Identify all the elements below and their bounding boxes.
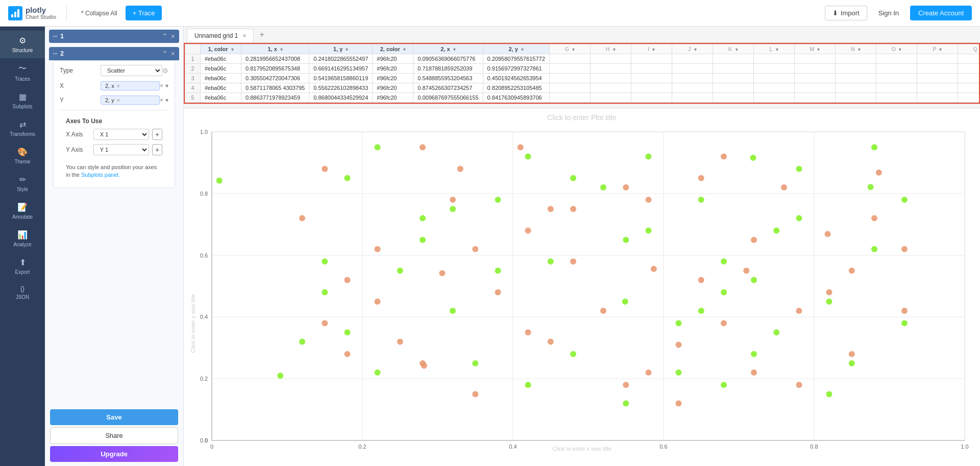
table-cell-empty[interactable] xyxy=(672,93,713,103)
table-cell-empty[interactable] xyxy=(794,74,835,83)
sidebar-item-style[interactable]: ✏ Style xyxy=(0,170,45,197)
table-cell[interactable]: 0.6691416295134957 xyxy=(309,64,373,74)
type-gear-icon[interactable]: ⚙ xyxy=(162,67,168,75)
grid-tab-close-icon[interactable]: × xyxy=(242,32,246,39)
table-row[interactable]: 2#eba06c0.81795208956753480.669141629513… xyxy=(185,64,981,74)
sidebar-item-theme[interactable]: 🎨 Theme xyxy=(0,142,45,170)
table-cell-empty[interactable] xyxy=(672,83,713,93)
table-row[interactable]: 5#eba06c0.88637719789234590.868004433452… xyxy=(185,93,981,103)
table-cell[interactable]: #eba06c xyxy=(201,64,241,74)
table-cell-empty[interactable] xyxy=(549,74,590,83)
trace2-close-button[interactable]: × xyxy=(171,50,175,58)
table-cell[interactable]: 0.5562226102898433 xyxy=(309,83,373,93)
table-cell[interactable]: 0.9156972997327861 xyxy=(483,64,549,74)
table-cell[interactable]: #eba06c xyxy=(201,74,241,83)
add-trace-button[interactable]: + Trace xyxy=(126,6,162,20)
table-cell-empty[interactable] xyxy=(876,93,917,103)
col-header-h[interactable]: H ▾ xyxy=(590,44,631,54)
y-expand-button[interactable]: ▾ xyxy=(165,97,168,104)
table-cell-empty[interactable] xyxy=(835,93,876,103)
col-header-l[interactable]: L ▾ xyxy=(753,44,794,54)
table-cell-empty[interactable] xyxy=(917,64,958,74)
chart-title[interactable]: Click to enter Plot title xyxy=(184,108,980,122)
table-cell[interactable]: #96fc20 xyxy=(373,83,413,93)
col-header-1x[interactable]: 1, x ▾ xyxy=(241,44,309,54)
table-cell[interactable]: 0.3055042720047306 xyxy=(241,74,309,83)
table-cell-empty[interactable] xyxy=(549,54,590,64)
sidebar-item-export[interactable]: ⬆ Export xyxy=(0,252,45,280)
col-header-n[interactable]: N ▾ xyxy=(835,44,876,54)
col-header-1color[interactable]: 1, color ▾ xyxy=(201,44,241,54)
table-row[interactable]: 4#eba06c0.5871178065 43037950.5562226102… xyxy=(185,83,981,93)
sidebar-item-traces[interactable]: 〜 Traces xyxy=(0,58,45,87)
grid-tab-add-button[interactable]: + xyxy=(255,28,268,41)
table-cell-empty[interactable] xyxy=(672,54,713,64)
table-cell-empty[interactable] xyxy=(835,64,876,74)
y-axis-select[interactable]: Y 1 xyxy=(93,144,149,155)
x-axis-add-button[interactable]: + xyxy=(152,129,162,140)
table-cell[interactable]: #96fc20 xyxy=(373,74,413,83)
table-cell[interactable]: 0.8680044334529924 xyxy=(309,93,373,103)
table-cell-empty[interactable] xyxy=(713,74,753,83)
table-cell-empty[interactable] xyxy=(958,83,980,93)
table-cell-empty[interactable] xyxy=(876,64,917,74)
table-cell[interactable]: #eba06c xyxy=(201,93,241,103)
table-cell-empty[interactable] xyxy=(631,54,672,64)
col-header-1y[interactable]: 1, y ▾ xyxy=(309,44,373,54)
table-cell-empty[interactable] xyxy=(794,83,835,93)
table-row[interactable]: 1#eba06c0.28199566524370080.241802286555… xyxy=(185,54,981,64)
col-header-j[interactable]: J ▾ xyxy=(672,44,713,54)
table-cell[interactable]: #96fc20 xyxy=(373,93,413,103)
sidebar-item-transforms[interactable]: ⇄ Transforms xyxy=(0,114,45,142)
subplots-link[interactable]: Subplots panel. xyxy=(81,172,120,178)
x-axis-select[interactable]: X 1 xyxy=(93,129,149,140)
table-cell-empty[interactable] xyxy=(549,83,590,93)
trace2-up-button[interactable]: ⌃ xyxy=(162,50,168,58)
table-cell-empty[interactable] xyxy=(549,93,590,103)
table-row[interactable]: 3#eba06c0.30550427200473060.541965815886… xyxy=(185,74,981,83)
table-cell-empty[interactable] xyxy=(917,93,958,103)
sidebar-item-structure[interactable]: ⚙ Structure xyxy=(0,31,45,58)
table-cell-empty[interactable] xyxy=(753,83,794,93)
table-cell[interactable]: #eba06c xyxy=(201,83,241,93)
table-cell[interactable]: 0.4501924562653954 xyxy=(483,74,549,83)
table-cell-empty[interactable] xyxy=(713,54,753,64)
col-header-q[interactable]: Q ▾ xyxy=(958,44,980,54)
col-header-i[interactable]: I ▾ xyxy=(631,44,672,54)
table-cell[interactable]: 0.8863771978923459 xyxy=(241,93,309,103)
collapse-all-label[interactable]: * Collapse All xyxy=(77,8,121,19)
col-header-2color[interactable]: 2, color ▾ xyxy=(373,44,413,54)
table-cell-empty[interactable] xyxy=(876,83,917,93)
table-cell[interactable]: 0.8179520895675348 xyxy=(241,64,309,74)
table-cell-empty[interactable] xyxy=(549,64,590,74)
grid-scrollbar-h[interactable] xyxy=(184,104,980,108)
col-header-p[interactable]: P ▾ xyxy=(917,44,958,54)
upgrade-button[interactable]: Upgrade xyxy=(50,446,178,462)
table-cell[interactable]: #96fc20 xyxy=(373,64,413,74)
col-header-o[interactable]: O ▾ xyxy=(876,44,917,54)
table-cell[interactable]: 0.5488855953204563 xyxy=(413,74,483,83)
create-account-button[interactable]: Create Account xyxy=(910,6,972,20)
table-cell-empty[interactable] xyxy=(753,74,794,83)
table-cell-empty[interactable] xyxy=(958,64,980,74)
table-cell-empty[interactable] xyxy=(917,83,958,93)
y-tag-close[interactable]: × xyxy=(117,98,120,103)
table-cell-empty[interactable] xyxy=(835,54,876,64)
save-button[interactable]: Save xyxy=(50,409,178,425)
table-cell-empty[interactable] xyxy=(835,83,876,93)
table-cell-empty[interactable] xyxy=(794,64,835,74)
table-cell[interactable]: 0.5419658158860119 xyxy=(309,74,373,83)
table-cell-empty[interactable] xyxy=(835,74,876,83)
table-cell-empty[interactable] xyxy=(631,64,672,74)
import-button[interactable]: ⬇ Import xyxy=(825,6,867,20)
table-cell[interactable]: 0.5871178065 4303795 xyxy=(241,83,309,93)
sidebar-item-subplots[interactable]: ▦ Subplots xyxy=(0,87,45,114)
x-expand-button[interactable]: ▾ xyxy=(165,82,168,89)
col-header-g[interactable]: G ▾ xyxy=(549,44,590,54)
table-cell-empty[interactable] xyxy=(631,74,672,83)
sidebar-item-annotate[interactable]: 📝 Annotate xyxy=(0,197,45,225)
col-header-2y[interactable]: 2, y ▾ xyxy=(483,44,549,54)
table-cell-empty[interactable] xyxy=(713,93,753,103)
share-button[interactable]: Share xyxy=(50,427,178,444)
table-cell-empty[interactable] xyxy=(876,74,917,83)
